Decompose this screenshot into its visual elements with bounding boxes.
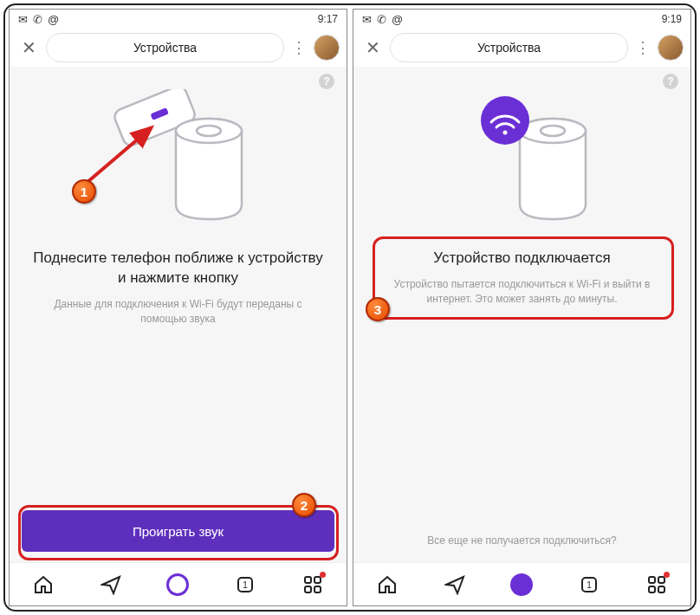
subtext: Устройство пытается подключиться к Wi-Fi…	[366, 277, 678, 308]
avatar[interactable]	[314, 35, 340, 61]
dual-screenshot-frame: ✉ ✆ @ 9:17 ✕ Устройства ⋮ ?	[3, 3, 697, 612]
nav-services-icon[interactable]	[645, 573, 668, 596]
nav-send-icon[interactable]	[100, 573, 122, 596]
bottom-navbar: 1	[353, 562, 690, 605]
nav-tabs-icon[interactable]: 1	[578, 573, 600, 596]
at-icon: @	[392, 13, 403, 26]
screen-left: ✉ ✆ @ 9:17 ✕ Устройства ⋮ ?	[9, 9, 347, 606]
illustration-phone-speaker	[22, 81, 334, 236]
close-button[interactable]: ✕	[16, 36, 41, 60]
play-sound-label: Проиграть звук	[133, 524, 224, 539]
whatsapp-icon: ✆	[377, 13, 386, 26]
illustration-wifi-speaker	[366, 81, 678, 236]
header-title: Устройства	[133, 41, 197, 55]
svg-rect-22	[658, 586, 664, 592]
avatar[interactable]	[658, 35, 684, 61]
status-time: 9:19	[662, 13, 682, 25]
status-left-icons: ✉ ✆ @	[18, 13, 59, 26]
svg-rect-21	[649, 586, 655, 592]
status-bar: ✉ ✆ @ 9:19	[353, 10, 690, 29]
svg-rect-9	[305, 586, 311, 592]
menu-dots-icon[interactable]: ⋮	[289, 38, 308, 57]
svg-rect-20	[658, 577, 664, 583]
svg-text:1: 1	[243, 580, 249, 590]
svg-rect-7	[305, 577, 311, 583]
headline: Поднесите телефон поближе к устройству и…	[22, 249, 334, 288]
notification-dot-icon	[664, 572, 670, 578]
whatsapp-icon: ✆	[33, 13, 42, 26]
notification-dot-icon	[320, 572, 326, 578]
nav-home-icon[interactable]	[376, 573, 399, 596]
nav-services-icon[interactable]	[301, 573, 324, 596]
nav-alice-icon[interactable]	[166, 573, 189, 596]
menu-dots-icon[interactable]: ⋮	[633, 38, 652, 57]
app-header: ✕ Устройства ⋮	[353, 29, 690, 67]
screen-right: ✉ ✆ @ 9:19 ✕ Устройства ⋮ ?	[353, 9, 691, 606]
nav-alice-icon[interactable]	[510, 573, 533, 596]
at-icon: @	[48, 13, 59, 26]
nav-tabs-icon[interactable]: 1	[234, 573, 256, 596]
status-time: 9:17	[318, 13, 338, 25]
bottom-navbar: 1	[10, 562, 347, 605]
svg-point-15	[481, 96, 529, 145]
svg-point-14	[541, 126, 565, 136]
nav-send-icon[interactable]	[444, 573, 466, 596]
svg-text:1: 1	[587, 580, 593, 590]
still-trouble-link[interactable]: Все еще не получается подключиться?	[366, 534, 678, 547]
status-left-icons: ✉ ✆ @	[362, 13, 403, 26]
help-icon[interactable]: ?	[319, 74, 334, 89]
status-bar: ✉ ✆ @ 9:17	[10, 10, 347, 29]
mail-icon: ✉	[362, 13, 372, 26]
close-button[interactable]: ✕	[360, 36, 385, 60]
svg-point-16	[502, 131, 507, 135]
play-sound-button[interactable]: Проиграть звук	[22, 510, 334, 552]
header-title-pill[interactable]: Устройства	[390, 33, 628, 62]
header-title-pill[interactable]: Устройства	[46, 33, 284, 62]
mail-icon: ✉	[18, 13, 28, 26]
subtext: Данные для подключения к Wi-Fi будут пер…	[22, 297, 334, 327]
headline: Устройство подключается	[366, 249, 678, 269]
svg-rect-8	[314, 577, 321, 583]
help-icon[interactable]: ?	[663, 74, 678, 89]
screen-body: ?	[353, 67, 690, 562]
nav-home-icon[interactable]	[32, 573, 55, 596]
svg-rect-10	[314, 586, 321, 592]
header-title: Устройства	[477, 41, 541, 55]
app-header: ✕ Устройства ⋮	[10, 29, 347, 67]
svg-point-4	[197, 126, 221, 136]
screen-body: ?	[10, 67, 347, 562]
svg-rect-19	[649, 577, 655, 583]
